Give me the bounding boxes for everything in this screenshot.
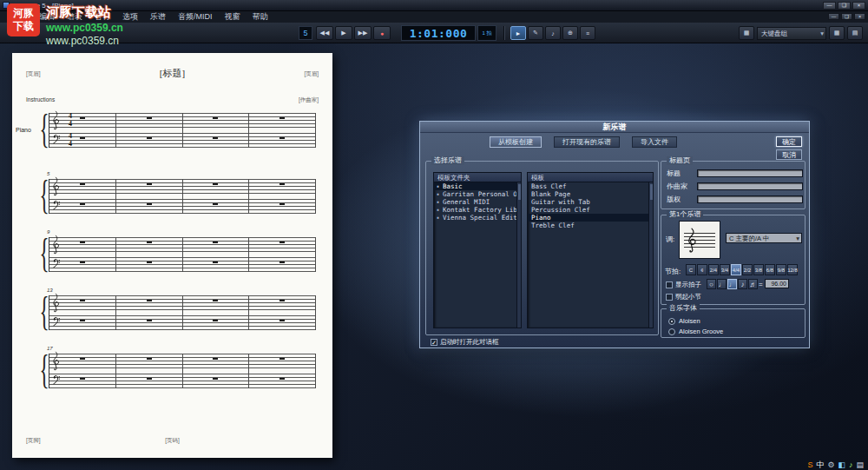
score-title[interactable]: [标题] (12, 67, 332, 80)
composer-label[interactable]: [作曲家] (299, 96, 319, 104)
dialog-tab[interactable]: 从模板创建 (490, 136, 542, 148)
templates-scrollbar[interactable] (648, 182, 653, 328)
dialog-tab[interactable]: 打开现有的乐谱 (554, 136, 620, 148)
template-item[interactable]: Bass Clef (528, 182, 653, 190)
note-value-button[interactable]: ♪ (738, 279, 747, 289)
measure[interactable] (116, 354, 183, 388)
radio-button[interactable] (668, 318, 675, 325)
note-value-button[interactable]: ♩ (727, 279, 737, 289)
measure[interactable] (249, 295, 316, 330)
text-input[interactable] (697, 195, 803, 203)
folders-scrollbar[interactable] (516, 182, 521, 328)
tray-icon[interactable]: ▤ (856, 460, 864, 469)
measure[interactable] (183, 179, 250, 214)
page-header-right[interactable]: [页眉] (304, 70, 319, 78)
show-beats-checkbox[interactable] (666, 281, 673, 288)
meter-button[interactable]: 9/8 (776, 264, 786, 275)
meter-button[interactable]: C (686, 264, 696, 275)
restore-button[interactable]: ❏ (838, 2, 851, 10)
doc-restore-button[interactable]: ❏ (841, 13, 852, 20)
meter-button[interactable]: 6/8 (765, 264, 775, 275)
doc-close-button[interactable]: × (854, 13, 865, 20)
menu-item[interactable]: 音频/MIDI (172, 11, 219, 23)
folder-item[interactable]: Garritan Personal Orc... (434, 190, 521, 198)
staff-system-3[interactable]: 9 { (36, 237, 318, 275)
tray-icon[interactable]: ⚙ (827, 460, 834, 469)
measures (49, 113, 316, 148)
text-input[interactable] (697, 169, 803, 177)
doc-minimize-button[interactable]: — (828, 13, 839, 20)
meter-button[interactable]: 3/8 (753, 264, 764, 275)
forward-button[interactable]: ▶▶ (354, 26, 372, 40)
tray-icon[interactable]: ◧ (838, 460, 845, 469)
staff-system-4[interactable]: 13 { (36, 295, 318, 334)
page-footer-center[interactable]: [页码] (12, 437, 332, 445)
folder-item[interactable]: Basic (434, 182, 521, 190)
measure[interactable] (183, 295, 250, 330)
note-value-button[interactable]: ♩ (717, 279, 727, 289)
staff-system-2[interactable]: 5 { (36, 179, 318, 217)
tempo-input[interactable]: 96.00 (765, 279, 789, 288)
tool-button[interactable]: ⊕ (562, 26, 578, 40)
font-radio-row[interactable]: Aloisen (668, 317, 700, 325)
folder-item[interactable]: Kontakt Factory Library (434, 206, 521, 214)
meter-button[interactable]: 12/8 (787, 264, 798, 275)
startup-checkbox[interactable]: ✓ (431, 339, 437, 346)
measure[interactable] (183, 237, 250, 272)
instructions-label[interactable]: Instructions (26, 96, 55, 103)
meter-button[interactable]: ¢ (697, 264, 707, 275)
font-radio-row[interactable]: Aloisen Groove (668, 328, 723, 335)
tool-button[interactable]: ► (510, 26, 526, 40)
measure[interactable] (116, 295, 183, 330)
meter-button[interactable]: 4/4 (731, 264, 741, 275)
record-button[interactable]: ● (373, 26, 391, 40)
tray-icon[interactable]: S (807, 460, 812, 469)
meter-button[interactable]: 3/4 (720, 264, 730, 275)
template-item[interactable]: Percussion Clef (528, 206, 653, 214)
dialog-title[interactable]: 新乐谱 (420, 122, 809, 133)
play-button[interactable]: ▶ (335, 26, 352, 40)
note-value-button[interactable]: ○ (707, 279, 716, 289)
tray-icon[interactable]: 中 (816, 460, 824, 469)
cancel-button[interactable]: 取消 (776, 149, 802, 160)
key-dropdown[interactable]: C 主要的/A 中 (726, 233, 802, 243)
radio-button[interactable] (668, 328, 675, 335)
menu-item[interactable]: 视窗 (219, 11, 247, 23)
template-item[interactable]: Treble Clef (528, 222, 653, 229)
dialog-tab[interactable]: 导入文件 (632, 136, 677, 148)
staff-system-5[interactable]: 17 { (36, 354, 318, 392)
text-input[interactable] (697, 182, 803, 190)
ok-button[interactable]: 确定 (776, 136, 802, 147)
tool-button[interactable]: ≡ (580, 26, 595, 40)
close-button[interactable]: × (852, 2, 865, 10)
tool-button[interactable]: ✎ (528, 26, 543, 40)
menu-item[interactable]: 帮助 (247, 11, 274, 23)
minimize-button[interactable]: — (823, 2, 836, 10)
tool-button[interactable]: ♪ (545, 26, 561, 40)
measure[interactable] (116, 237, 183, 272)
measure[interactable] (249, 354, 316, 388)
pickup-checkbox[interactable] (666, 294, 673, 301)
rewind-button[interactable]: ◀◀ (316, 26, 333, 40)
measure[interactable] (116, 179, 183, 214)
list-view-button[interactable]: ▤ (847, 26, 863, 40)
template-item[interactable]: Blank Page (528, 190, 653, 198)
tray-icon[interactable]: ♪ (849, 460, 853, 469)
meter-button[interactable]: 2/2 (742, 264, 753, 275)
note-value-button[interactable]: ♬ (748, 279, 758, 289)
folder-item[interactable]: General MIDI (434, 198, 521, 206)
template-item[interactable]: Guitar with Tab (528, 198, 653, 206)
grid-view-button[interactable]: ▦ (829, 26, 845, 40)
template-item[interactable]: Piano (528, 214, 653, 222)
folder-item[interactable]: Vienna Special Edition (434, 214, 521, 222)
measure[interactable] (249, 179, 316, 214)
track-icon-button[interactable]: ▦ (739, 26, 754, 40)
meter-button[interactable]: 2/4 (708, 264, 719, 275)
measure[interactable] (249, 237, 316, 272)
measure[interactable] (183, 354, 250, 388)
staff-system-1[interactable]: Piano { 44 44 (36, 113, 318, 151)
measure[interactable] (116, 113, 183, 148)
measure[interactable] (183, 113, 250, 148)
measure[interactable] (249, 113, 316, 148)
track-selector-dropdown[interactable]: 大键盘组 (757, 27, 826, 40)
